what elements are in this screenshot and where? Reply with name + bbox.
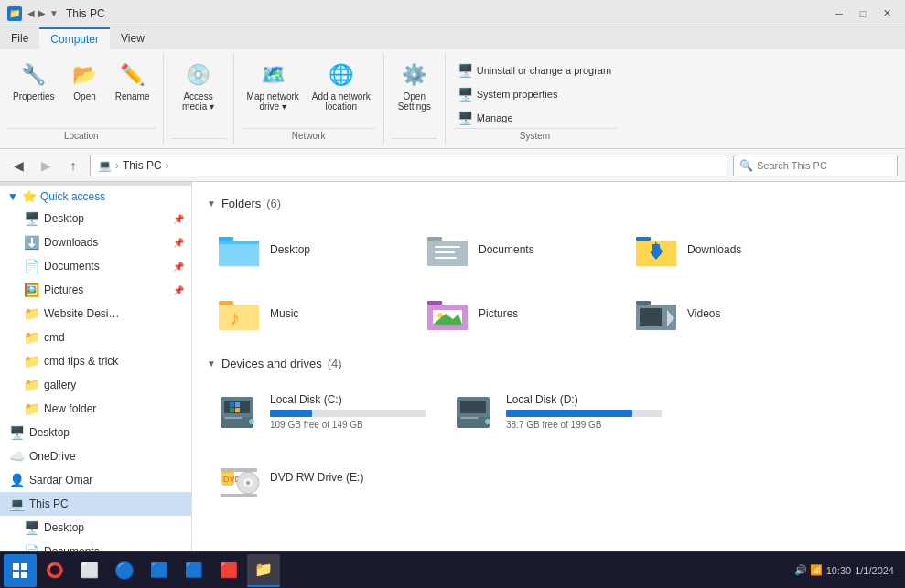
add-location-button[interactable]: 🌐 Add a networklocation (307, 57, 376, 115)
ribbon-system-items: 🖥️ Uninstall or change a program 🖥️ Syst… (453, 53, 617, 128)
up-button[interactable]: ↑ (62, 155, 84, 176)
sidebar-item-documents2[interactable]: 📄 Documents (0, 540, 191, 551)
map-drive-button[interactable]: 🗺️ Map networkdrive ▾ (242, 57, 305, 115)
system-props-button[interactable]: 🖥️ System properties (453, 84, 617, 104)
folder-downloads-label: Downloads (687, 243, 741, 256)
pictures-icon: 🖼️ (22, 281, 40, 299)
sidebar-gallery-label: gallery (44, 379, 184, 391)
access-media-button[interactable]: 💿 Accessmedia ▾ (171, 57, 226, 115)
cmdtips-icon: 📁 (22, 352, 40, 370)
sidebar-item-gallery[interactable]: 📁 gallery (0, 373, 191, 397)
search-input[interactable] (757, 160, 891, 171)
address-box[interactable]: 💻 › This PC › (90, 155, 727, 176)
drive-c-bar-fill (270, 410, 312, 417)
folder-downloads[interactable]: Downloads (624, 221, 825, 278)
tab-view[interactable]: View (110, 27, 156, 49)
sidebar-item-downloads[interactable]: ⬇️ Downloads 📌 (0, 230, 191, 254)
start-button[interactable] (4, 554, 37, 587)
taskbar-apps[interactable]: 🟦 (143, 554, 176, 587)
svg-point-31 (249, 419, 254, 424)
minimize-button[interactable]: ─ (828, 5, 850, 23)
manage-button[interactable]: 🖥️ Manage (453, 108, 617, 128)
sidebar-desktop2-label: Desktop (29, 426, 184, 439)
ribbon-group-system: 🖥️ Uninstall or change a program 🖥️ Syst… (446, 53, 624, 144)
svg-rect-50 (21, 563, 27, 570)
drive-c-label: Local Disk (C:) (270, 393, 426, 406)
sidebar-item-desktop3[interactable]: 🖥️ Desktop (0, 516, 191, 540)
forward-button[interactable]: ▶ (35, 155, 57, 176)
taskbar-cortana[interactable]: ⭕ (38, 554, 71, 587)
drive-e[interactable]: DVD DVD RW Drive (E:) (207, 449, 436, 509)
sidebar-cmdtips-label: cmd tips & trick (44, 355, 184, 368)
map-drive-icon: 🗺️ (258, 60, 287, 90)
open-button[interactable]: 📂 Open (62, 57, 108, 105)
folder-music-label: Music (270, 307, 298, 320)
folder-pictures[interactable]: Pictures (415, 285, 617, 342)
sidebar-item-cmdtips[interactable]: 📁 cmd tips & trick (0, 349, 191, 373)
desktop2-icon: 🖥️ (7, 423, 26, 442)
open-settings-button[interactable]: ⚙️ OpenSettings (392, 57, 437, 115)
folder-desktop-label: Desktop (270, 243, 310, 256)
drive-d-bar-fill (506, 410, 632, 417)
folder-documents[interactable]: Documents (415, 221, 617, 278)
open-icon: 📂 (70, 60, 100, 90)
svg-rect-32 (224, 417, 242, 419)
svg-rect-34 (235, 402, 240, 407)
taskbar-chrome[interactable]: 🔵 (108, 554, 141, 587)
sidebar-item-sardar[interactable]: 👤 Sardar Omar (0, 468, 191, 492)
properties-button[interactable]: 🔧 Properties (7, 57, 60, 105)
uninstall-button[interactable]: 🖥️ Uninstall or change a program (453, 60, 617, 80)
back-button[interactable]: ◀ (7, 155, 29, 176)
folder-pictures-icon (426, 292, 469, 336)
drive-c-free: 109 GB free of 149 GB (270, 420, 426, 430)
sidebar-item-website[interactable]: 📁 Website Desi… (0, 302, 191, 326)
folder-videos-label: Videos (687, 307, 720, 320)
folder-documents-icon (426, 228, 469, 272)
svg-rect-52 (21, 572, 27, 578)
sidebar-item-cmd[interactable]: 📁 cmd (0, 326, 191, 349)
sidebar-item-desktop2[interactable]: 🖥️ Desktop (0, 421, 191, 444)
sidebar-item-pictures[interactable]: 🖼️ Pictures 📌 (0, 278, 191, 302)
drives-section-header[interactable]: ▼ Devices and drives (4) (207, 357, 890, 370)
folder-music[interactable]: ♪ Music (207, 285, 408, 342)
sidebar-item-thispc[interactable]: 💻 This PC (0, 492, 191, 516)
pin-icon-3: 📌 (173, 262, 184, 272)
sidebar-item-desktop[interactable]: 🖥️ Desktop 📌 (0, 207, 191, 230)
sidebar-cmd-label: cmd (44, 331, 184, 344)
folder-desktop[interactable]: Desktop (207, 221, 408, 278)
svg-rect-51 (13, 572, 19, 578)
taskbar-ps[interactable]: 🟦 (178, 554, 210, 587)
ribbon: File Computer View 🔧 Properties 📂 Open ✏… (0, 27, 905, 149)
folder-documents-label: Documents (479, 243, 534, 256)
taskbar-ppt[interactable]: 🟥 (212, 554, 245, 587)
folders-title: Folders (221, 197, 261, 210)
main-area: ▼ ⭐ Quick access 🖥️ Desktop 📌 ⬇️ Downloa… (0, 182, 905, 551)
rename-label: Rename (115, 91, 150, 102)
quick-access-chevron: ▼ (7, 190, 18, 203)
tray-icons: 🔊 📶 (794, 564, 823, 576)
folder-desktop-icon (217, 228, 261, 272)
drive-d[interactable]: Local Disk (D:) 38.7 GB free of 199 GB (443, 381, 672, 442)
tab-computer[interactable]: Computer (39, 27, 110, 49)
sidebar-item-onedrive[interactable]: ☁️ OneDrive (0, 444, 191, 468)
sidebar-item-documents[interactable]: 📄 Documents 📌 (0, 254, 191, 278)
taskbar-explorer[interactable]: 📁 (247, 554, 280, 587)
drives-title: Devices and drives (221, 357, 322, 370)
close-button[interactable]: ✕ (876, 5, 898, 23)
taskbar-task-view[interactable]: ⬜ (73, 554, 106, 587)
ribbon-settings-items: ⚙️ OpenSettings (392, 53, 437, 138)
folders-section-header[interactable]: ▼ Folders (6) (207, 197, 890, 210)
maximize-button[interactable]: □ (852, 5, 874, 23)
folder-videos[interactable]: Videos (624, 285, 825, 342)
drive-c[interactable]: Local Disk (C:) 109 GB free of 149 GB (207, 381, 436, 442)
add-location-label: Add a networklocation (312, 91, 371, 112)
svg-rect-6 (427, 237, 442, 241)
user-icon: 👤 (7, 471, 26, 489)
cortana-icon: ⭕ (46, 561, 64, 580)
sidebar-quick-access-header[interactable]: ▼ ⭐ Quick access (0, 186, 191, 207)
ps-icon: 🟦 (185, 561, 203, 580)
address-path: This PC (123, 159, 162, 172)
rename-button[interactable]: ✏️ Rename (110, 57, 156, 105)
sidebar-item-newfolder[interactable]: 📁 New folder (0, 397, 191, 421)
tab-file[interactable]: File (0, 27, 39, 49)
